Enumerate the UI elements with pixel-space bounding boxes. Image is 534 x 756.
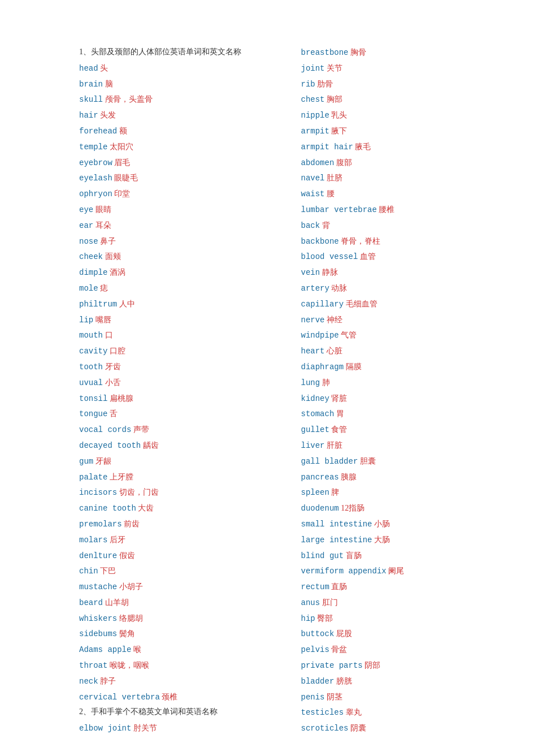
chinese-translation: 后牙 <box>107 535 125 544</box>
english-word: heart <box>301 347 325 356</box>
chinese-translation: 舌 <box>107 409 118 418</box>
english-word: neck <box>79 677 98 686</box>
vocabulary-item: testicles 睾丸 <box>301 705 501 720</box>
chinese-translation: 腰 <box>325 189 335 198</box>
chinese-translation: 牙齿 <box>103 362 121 371</box>
vocabulary-item: lumbar vertebrae 腰椎 <box>301 202 501 217</box>
english-word: mouth <box>79 331 103 340</box>
chinese-translation: 肝脏 <box>325 441 343 450</box>
vocabulary-item: diaphragm 隔膜 <box>301 360 501 374</box>
chinese-translation: 阑尾 <box>387 567 405 575</box>
english-word: diaphragm <box>301 362 344 371</box>
english-word: waist <box>301 189 325 198</box>
english-word: incisors <box>79 488 117 497</box>
vocabulary-item: ophryon 印堂 <box>79 187 279 201</box>
english-word: elbow joint <box>79 724 131 733</box>
english-word: temple <box>79 142 107 152</box>
english-word: Adams apple <box>79 645 131 654</box>
english-word: decayed tooth <box>79 441 141 450</box>
vocabulary-item: temple 太阳穴 <box>79 140 279 154</box>
chinese-translation: 脾 <box>329 488 340 496</box>
english-word: eye <box>79 205 93 214</box>
vocabulary-item: artery 动脉 <box>301 281 501 296</box>
vocabulary-item: stomach 胃 <box>301 407 501 421</box>
vocabulary-item: eye 眼睛 <box>79 202 279 217</box>
vocabulary-item: denlture 假齿 <box>79 548 279 563</box>
chinese-translation: 乳头 <box>329 111 348 119</box>
vocabulary-item: private parts 阴部 <box>301 658 501 673</box>
chinese-translation: 假齿 <box>117 551 135 560</box>
english-word: windpipe <box>301 331 339 340</box>
english-word: kidney <box>301 394 329 403</box>
vocabulary-item: backbone 脊骨，脊柱 <box>301 234 501 249</box>
chinese-translation: 颅骨，头盖骨 <box>103 95 153 103</box>
english-word: ophryon <box>79 189 112 198</box>
chinese-translation: 嘴唇 <box>93 316 111 324</box>
english-word: head <box>79 64 98 73</box>
vocabulary-item: armpit hair 腋毛 <box>301 140 501 154</box>
vocabulary-item: philtrum 人中 <box>79 297 279 312</box>
chinese-translation: 胃 <box>334 409 344 418</box>
vocabulary-item: hip 臀部 <box>301 611 501 626</box>
vocabulary-item: heart 心脏 <box>301 344 501 358</box>
vocabulary-item: navel 肚脐 <box>301 171 501 185</box>
english-word: canine tooth <box>79 504 136 513</box>
vocabulary-item: nerve 神经 <box>301 313 501 327</box>
english-word: small intestine <box>301 520 372 529</box>
english-word: duodenum <box>301 504 339 513</box>
english-word: sidebums <box>79 629 117 638</box>
chinese-translation: 下巴 <box>98 567 116 575</box>
english-word: pancreas <box>301 473 339 482</box>
english-word: back <box>301 221 320 230</box>
chinese-translation: 头发 <box>98 111 116 119</box>
chinese-translation: 毛细血管 <box>344 300 377 308</box>
chinese-translation: 胆囊 <box>358 457 376 465</box>
vocabulary-item: cheek 面颊 <box>79 249 279 264</box>
english-word: rectum <box>301 582 329 591</box>
english-word: joint <box>301 64 325 73</box>
vocabulary-item: skull 颅骨，头盖骨 <box>79 92 279 107</box>
chinese-translation: 眉毛 <box>112 158 131 167</box>
chinese-translation: 人中 <box>117 300 135 308</box>
chinese-translation: 头 <box>98 64 108 72</box>
english-word: spleen <box>301 488 329 497</box>
chinese-translation: 脊骨，脊柱 <box>339 237 381 245</box>
english-word: rib <box>301 80 315 89</box>
english-word: skull <box>79 95 103 104</box>
vocabulary-item: tooth 牙齿 <box>79 360 279 374</box>
english-word: premolars <box>79 520 122 529</box>
english-word: gum <box>79 457 93 466</box>
english-word: liver <box>301 441 325 450</box>
vocabulary-item: cavity 口腔 <box>79 344 279 358</box>
english-word: mole <box>79 284 98 293</box>
english-word: hair <box>79 111 98 120</box>
vocabulary-item: hair 头发 <box>79 108 279 123</box>
chinese-translation: 阴囊 <box>349 724 367 732</box>
english-word: tonsil <box>79 394 107 403</box>
english-word: nipple <box>301 111 329 120</box>
english-word: large intestine <box>301 535 372 545</box>
chinese-translation: 山羊胡 <box>103 598 129 607</box>
vocabulary-item: blind gut 盲肠 <box>301 548 501 563</box>
english-word: tooth <box>79 362 103 371</box>
chinese-translation: 大肠 <box>372 535 390 544</box>
chinese-translation: 血管 <box>358 252 376 261</box>
chinese-translation: 前齿 <box>122 520 140 528</box>
english-word: scroticles <box>301 724 349 733</box>
vocabulary-item: eyebrow 眉毛 <box>79 155 279 170</box>
chinese-translation: 胰腺 <box>339 473 357 481</box>
english-word: chin <box>79 567 98 576</box>
vocabulary-item: kidney 肾脏 <box>301 391 501 406</box>
vocabulary-item: beard 山羊胡 <box>79 595 279 610</box>
english-word: anus <box>301 598 320 607</box>
chinese-translation: 肚脐 <box>325 174 343 182</box>
chinese-translation: 关节 <box>325 64 343 72</box>
vocabulary-item: palate 上牙膛 <box>79 470 279 485</box>
vocabulary-item: duodenum 12指肠 <box>301 501 501 516</box>
english-word: eyebrow <box>79 158 112 167</box>
vocabulary-item: pancreas 胰腺 <box>301 470 501 485</box>
chinese-translation: 腰椎 <box>377 205 395 214</box>
vocabulary-item: breastbone 胸骨 <box>301 45 501 60</box>
chinese-translation: 阴部 <box>363 661 381 669</box>
english-word: cheek <box>79 252 103 261</box>
